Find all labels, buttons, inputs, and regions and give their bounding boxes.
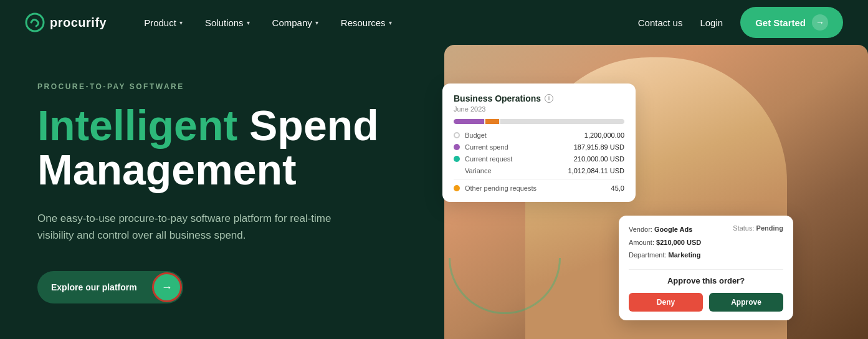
hero-subtext: One easy-to-use procure-to-pay software … — [37, 210, 361, 244]
hero-section: PROCURE-TO-PAY SOFTWARE Intelligent Spen… — [0, 45, 868, 339]
nav-right: Contact us Login Get Started → — [638, 7, 843, 38]
progress-bar — [454, 119, 624, 124]
other-pending-row: Other pending requests 45,0 — [454, 184, 624, 192]
get-started-button[interactable]: Get Started → — [740, 7, 843, 38]
chevron-down-icon: ▾ — [389, 19, 392, 26]
svg-point-0 — [26, 14, 44, 31]
chevron-down-icon: ▾ — [179, 19, 183, 26]
login-link[interactable]: Login — [700, 17, 723, 28]
dot-budget — [454, 132, 460, 138]
hero-content: PROCURE-TO-PAY SOFTWARE Intelligent Spen… — [37, 77, 424, 303]
approve-buttons: Deny Approve — [629, 293, 783, 312]
logo-text: procurify — [50, 16, 107, 30]
approve-question: Approve this order? — [629, 276, 783, 285]
biz-row-variance: Variance 1,012,084.11 USD — [454, 167, 624, 174]
dot-current-spend — [454, 144, 460, 150]
dept-detail: Department: Marketing — [629, 250, 701, 261]
progress-purple — [454, 119, 484, 124]
business-ops-card: Business Operations i June 2023 Budget 1… — [442, 84, 636, 202]
hero-visual: Business Operations i June 2023 Budget 1… — [436, 77, 831, 339]
hero-headline: Intelligent Spend Management — [37, 103, 424, 193]
approve-button[interactable]: Approve — [709, 293, 783, 312]
deny-button[interactable]: Deny — [629, 293, 703, 312]
amount-detail: Amount: $210,000 USD — [629, 237, 701, 249]
info-icon: i — [545, 94, 553, 103]
biz-ops-date: June 2023 — [454, 105, 624, 113]
navbar: procurify Product ▾ Solutions ▾ Company … — [0, 0, 868, 45]
nav-company[interactable]: Company ▾ — [272, 17, 318, 28]
biz-row-current-spend: Current spend 187,915.89 USD — [454, 143, 624, 151]
logo[interactable]: procurify — [25, 12, 107, 32]
arrow-right-icon: → — [812, 14, 828, 31]
chevron-down-icon: ▾ — [247, 19, 250, 26]
explore-platform-button[interactable]: Explore our platform → — [37, 271, 183, 303]
hero-eyebrow: PROCURE-TO-PAY SOFTWARE — [37, 82, 424, 91]
progress-remaining — [500, 119, 624, 124]
chevron-down-icon: ▾ — [315, 19, 318, 26]
nav-solutions[interactable]: Solutions ▾ — [205, 17, 250, 28]
nav-product[interactable]: Product ▾ — [144, 17, 183, 28]
status-detail: Status: Pending — [733, 224, 783, 232]
dot-current-request — [454, 156, 460, 162]
approve-details: Vendor: Google Ads Amount: $210,000 USD … — [629, 224, 701, 263]
nav-resources[interactable]: Resources ▾ — [341, 17, 392, 28]
biz-ops-title: Business Operations i — [454, 93, 624, 103]
arrow-right-icon: → — [152, 272, 182, 302]
nav-links: Product ▾ Solutions ▾ Company ▾ Resource… — [144, 17, 638, 28]
approve-card: Vendor: Google Ads Amount: $210,000 USD … — [619, 216, 793, 320]
approve-divider — [629, 269, 783, 270]
card-separator — [454, 179, 624, 179]
biz-row-budget: Budget 1,200,000.00 — [454, 131, 624, 139]
progress-orange — [485, 119, 499, 124]
contact-link[interactable]: Contact us — [638, 17, 683, 28]
vendor-detail: Vendor: Google Ads — [629, 224, 701, 236]
biz-row-current-request: Current request 210,000.00 USD — [454, 155, 624, 163]
dot-other-pending — [454, 185, 460, 191]
